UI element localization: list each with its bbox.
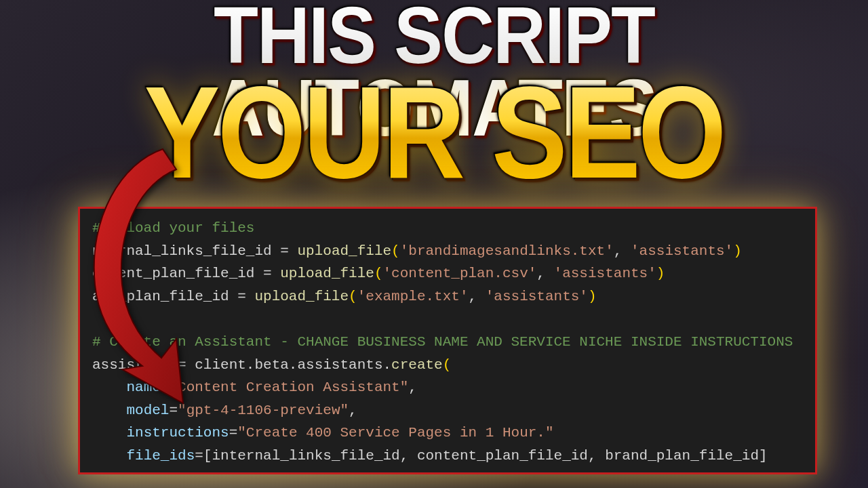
code-line: instructions="Create 400 Service Pages i… [92,422,803,445]
code-line: ) [92,468,803,474]
code-line: file_ids=[internal_links_file_id, conten… [92,445,803,468]
arrow-icon [41,136,217,407]
